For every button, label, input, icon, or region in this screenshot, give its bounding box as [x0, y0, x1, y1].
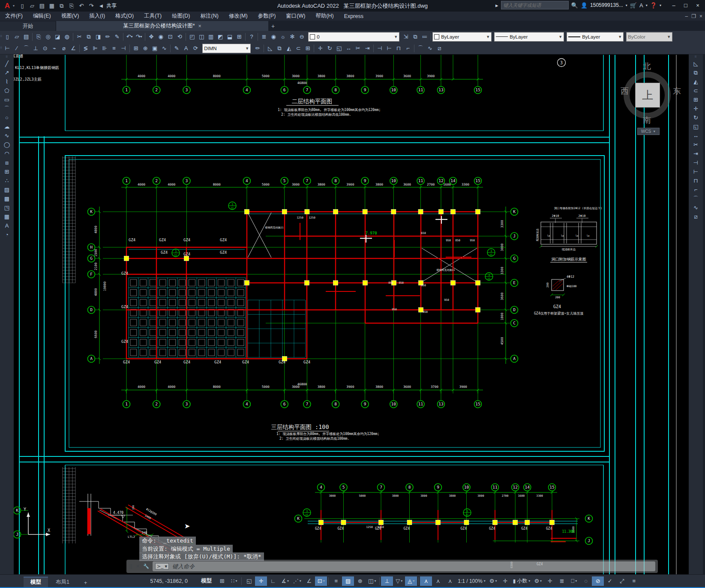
line-icon[interactable]: ╱: [2, 59, 12, 68]
save-as-icon[interactable]: ▦: [48, 2, 56, 10]
quick-properties-icon[interactable]: ⊕: [354, 576, 366, 586]
account-name[interactable]: 1505999135...: [590, 2, 623, 8]
copy-clip-icon[interactable]: ⧉: [84, 32, 93, 41]
dim-aligned-icon[interactable]: ∕: [12, 44, 21, 53]
plot-icon[interactable]: ⎘: [67, 2, 76, 10]
menu-帮助H[interactable]: 帮助(H): [310, 12, 339, 21]
ellipse-icon[interactable]: ◯: [2, 140, 12, 149]
break-icon[interactable]: ⊢: [691, 167, 701, 176]
ellipse-arc-icon[interactable]: ◠: [2, 149, 12, 158]
make-block-icon[interactable]: ⊞: [2, 167, 12, 176]
toolbar-grip[interactable]: ⠿: [6, 56, 8, 59]
isolate-icon[interactable]: ✛: [544, 576, 556, 586]
pan-icon[interactable]: ✥: [147, 32, 156, 41]
units-button[interactable]: ▮小数▾: [511, 577, 532, 585]
dim-linear-icon[interactable]: ⊢: [3, 44, 12, 53]
redo-icon[interactable]: ↷: [87, 2, 96, 10]
move-icon[interactable]: ✛: [315, 44, 325, 53]
command-bar-close-icon[interactable]: ✕: [136, 564, 140, 569]
toolpalettes-icon[interactable]: ▥: [206, 32, 216, 41]
zoom-realtime-icon[interactable]: ◉: [156, 32, 165, 41]
menu-Express[interactable]: Express: [339, 12, 369, 21]
join-icon[interactable]: ⊓: [691, 176, 701, 185]
dim-diameter-icon[interactable]: ⌀: [59, 44, 69, 53]
dim-update-icon[interactable]: ⟳: [191, 44, 200, 53]
zoom-window-icon[interactable]: ⊡: [165, 32, 175, 41]
search-expand-icon[interactable]: ▸: [495, 2, 498, 9]
revcloud-icon[interactable]: ☁: [2, 122, 12, 131]
autodesk-app-icon[interactable]: A: [639, 2, 643, 9]
quick-view-icon[interactable]: ≣: [556, 576, 568, 586]
annotation-settings-icon[interactable]: ⚙▾: [487, 576, 499, 586]
explode-icon[interactable]: ⧄: [435, 44, 444, 53]
layer-properties-icon[interactable]: ≣: [259, 32, 269, 41]
plot-preview-icon[interactable]: ◎: [43, 32, 53, 41]
lineweight-display-icon[interactable]: ≡: [330, 576, 342, 586]
cut-icon[interactable]: ✂: [75, 32, 84, 41]
autocad-logo-icon[interactable]: A: [2, 1, 13, 11]
command-bar-tools-icon[interactable]: 🔧: [143, 564, 149, 569]
layer-sun-icon[interactable]: ☼: [278, 32, 288, 41]
linetype-combo[interactable]: ByLayer▼: [494, 32, 564, 42]
command-bar[interactable]: ⣿ ✕ 🔧 ≻_ ▾ 键入命令: [126, 560, 658, 573]
explode-icon[interactable]: ⧄: [691, 212, 701, 221]
isolate-objects-icon[interactable]: ◌: [580, 576, 592, 586]
help-icon[interactable]: ?: [247, 32, 256, 41]
extend-icon[interactable]: ⇥: [691, 149, 701, 158]
crosshair-icon[interactable]: ✛: [499, 576, 511, 586]
circle-icon[interactable]: ○: [2, 113, 12, 122]
command-bar-grip[interactable]: ⣿: [129, 564, 132, 569]
blend-icon[interactable]: ∿: [691, 203, 701, 212]
doc-close-button[interactable]: ×: [699, 13, 702, 19]
dim-baseline-icon[interactable]: ⊫: [90, 44, 100, 53]
erase-icon[interactable]: ◺: [265, 44, 275, 53]
open-icon[interactable]: ▱: [12, 32, 21, 41]
menu-标注N[interactable]: 标注(N): [195, 12, 224, 21]
properties-icon[interactable]: ◰: [187, 32, 197, 41]
break-point-icon[interactable]: ⊣: [691, 158, 701, 167]
polygon-icon[interactable]: ⬠: [2, 86, 12, 95]
dim-arclength-icon[interactable]: ⌒: [21, 44, 31, 53]
color-combo[interactable]: ByLayer▼: [432, 32, 492, 42]
transparency-icon[interactable]: ▨: [342, 576, 354, 586]
dim-break-icon[interactable]: ⊣: [119, 44, 128, 53]
snap-toggle-icon[interactable]: ✛: [255, 576, 267, 586]
stretch-icon[interactable]: ↔: [691, 131, 701, 140]
new-icon[interactable]: ▯: [3, 32, 12, 41]
trim-icon[interactable]: ✂: [353, 44, 363, 53]
erase-icon[interactable]: ◺: [691, 59, 701, 68]
scale-icon[interactable]: ◱: [334, 44, 344, 53]
redo-icon[interactable]: ↷▾: [134, 32, 144, 41]
make-current-layer-icon[interactable]: ⇲: [401, 32, 411, 41]
doc-minimize-button[interactable]: –: [685, 13, 688, 19]
designcenter-icon[interactable]: ◫: [197, 32, 206, 41]
search-input[interactable]: [501, 1, 569, 9]
extend-icon[interactable]: ⇥: [363, 44, 372, 53]
hatch-icon[interactable]: ▨: [2, 185, 12, 194]
offset-icon[interactable]: ⊂: [294, 44, 303, 53]
chamfer-icon[interactable]: ⌐: [403, 44, 413, 53]
blend-icon[interactable]: ∿: [425, 44, 435, 53]
dim-style-icon[interactable]: ✏: [253, 44, 262, 53]
share-label[interactable]: 共享: [106, 2, 117, 9]
block-editor-icon[interactable]: ✎: [112, 32, 122, 41]
search-icon[interactable]: 🔍: [571, 2, 578, 9]
dim-inspect-icon[interactable]: ▣: [150, 44, 159, 53]
sheetset-icon[interactable]: ◩: [216, 32, 225, 41]
point-icon[interactable]: ∴: [2, 176, 12, 185]
polyline-icon[interactable]: ⌇: [2, 77, 12, 86]
mirror-icon[interactable]: ◭: [691, 77, 701, 86]
paste-icon[interactable]: ◨: [93, 32, 103, 41]
gradient-icon[interactable]: ▩: [2, 194, 12, 203]
new-icon[interactable]: ▯: [18, 2, 27, 10]
region-icon[interactable]: ◳: [2, 203, 12, 212]
layer-previous-icon[interactable]: ⧉: [411, 32, 420, 41]
break-point-icon[interactable]: ⊣: [375, 44, 384, 53]
layer-lock-icon[interactable]: ⊖: [297, 32, 306, 41]
hardware-accel-icon[interactable]: ⊘: [592, 576, 604, 586]
minimize-button[interactable]: –: [668, 1, 679, 9]
layer-combo[interactable]: 0 ▼: [308, 32, 399, 42]
layer-states-icon[interactable]: ≔: [420, 32, 429, 41]
tolerance-icon[interactable]: ⊞: [131, 44, 141, 53]
tab-add-button[interactable]: +: [268, 21, 278, 31]
